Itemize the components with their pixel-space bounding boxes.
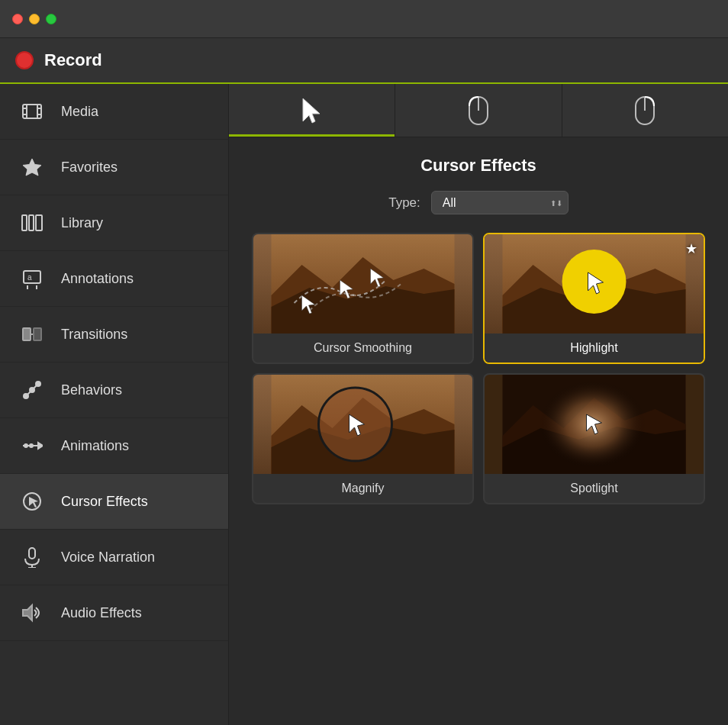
type-select[interactable]: All Cursor Click: [431, 191, 569, 214]
sidebar-item-transitions[interactable]: Transitions: [0, 307, 228, 362]
effect-card-highlight[interactable]: ★ Highlight: [483, 233, 705, 364]
animations-icon: [18, 432, 46, 459]
main-layout: Media Favorites Library: [0, 84, 728, 725]
effect-highlight-name: Highlight: [485, 334, 704, 362]
effect-card-cursor-smoothing[interactable]: Cursor Smoothing: [252, 233, 474, 364]
svg-line-22: [32, 384, 38, 390]
traffic-lights: [12, 14, 56, 24]
sidebar-item-library-label: Library: [61, 215, 103, 231]
effect-spotlight-name: Spotlight: [485, 474, 704, 503]
sidebar-item-cursor-effects-label: Cursor Effects: [61, 494, 148, 510]
effects-grid: Cursor Smoothing: [252, 233, 705, 504]
svg-point-26: [30, 444, 33, 447]
annotation-icon: a: [18, 265, 46, 292]
content-title: Cursor Effects: [252, 156, 705, 176]
cursor-tab-icon: [298, 95, 326, 126]
svg-rect-15: [23, 328, 31, 340]
type-label: Type:: [388, 195, 420, 211]
svg-marker-32: [23, 605, 32, 620]
svg-rect-29: [29, 548, 35, 559]
sidebar-item-voice-narration[interactable]: Voice Narration: [0, 530, 228, 585]
svg-point-25: [24, 444, 27, 447]
audio-icon: [18, 599, 46, 627]
behaviors-icon: [18, 376, 46, 404]
svg-rect-10: [36, 215, 42, 230]
sidebar-item-voice-narration-label: Voice Narration: [61, 549, 155, 566]
svg-rect-11: [24, 271, 40, 283]
record-dot: [15, 51, 34, 69]
effect-cursor-smoothing-name: Cursor Smoothing: [253, 334, 472, 362]
type-select-wrapper: All Cursor Click: [431, 191, 569, 214]
sidebar-item-annotations-label: Annotations: [61, 271, 134, 287]
svg-line-21: [26, 390, 32, 396]
svg-rect-16: [34, 328, 41, 340]
svg-rect-8: [22, 215, 27, 230]
content-panel: Cursor Effects Type: All Cursor Click: [229, 84, 728, 725]
svg-text:a: a: [27, 273, 32, 282]
film-icon: [18, 98, 46, 125]
sidebar-item-animations[interactable]: Animations: [0, 418, 228, 474]
effect-thumbnail-highlight: ★: [485, 234, 704, 334]
tab-cursor[interactable]: [229, 84, 395, 137]
maximize-button[interactable]: [46, 14, 56, 24]
star-icon: [18, 153, 46, 181]
minimize-button[interactable]: [29, 14, 40, 24]
sidebar-item-cursor-effects[interactable]: Cursor Effects: [0, 474, 228, 530]
close-button[interactable]: [12, 14, 23, 24]
effect-thumbnail-spotlight: [485, 375, 704, 474]
sidebar: Media Favorites Library: [0, 84, 229, 725]
tab-click-right[interactable]: [562, 84, 728, 137]
svg-marker-24: [38, 443, 43, 449]
sidebar-item-audio-effects-label: Audio Effects: [61, 605, 142, 621]
header: Record: [0, 38, 728, 84]
svg-rect-0: [23, 105, 41, 118]
app-title: Record: [44, 50, 102, 70]
sidebar-item-library[interactable]: Library: [0, 195, 228, 251]
sidebar-item-animations-label: Animations: [61, 438, 129, 454]
content-inner: Cursor Effects Type: All Cursor Click: [229, 137, 728, 725]
mouse-right-icon: [631, 94, 659, 127]
books-icon: [18, 209, 46, 237]
star-badge-highlight: ★: [685, 240, 697, 257]
sidebar-item-transitions-label: Transitions: [61, 327, 127, 343]
mic-icon: [18, 543, 46, 571]
sidebar-item-media-label: Media: [61, 104, 98, 120]
tab-bar: [229, 84, 728, 137]
sidebar-item-favorites-label: Favorites: [61, 160, 118, 176]
svg-marker-7: [23, 159, 41, 176]
mouse-left-icon: [465, 94, 492, 127]
effect-thumbnail-magnify: [253, 375, 472, 474]
sidebar-item-behaviors-label: Behaviors: [61, 382, 122, 398]
effect-thumbnail-cursor-smoothing: [253, 234, 472, 334]
sidebar-item-annotations[interactable]: a Annotations: [0, 251, 228, 307]
tab-click-left[interactable]: [395, 84, 562, 137]
titlebar: [0, 0, 728, 38]
sidebar-item-audio-effects[interactable]: Audio Effects: [0, 585, 228, 641]
svg-rect-9: [29, 215, 34, 230]
sidebar-item-behaviors[interactable]: Behaviors: [0, 362, 228, 418]
sidebar-item-media[interactable]: Media: [0, 84, 228, 140]
svg-marker-33: [303, 98, 320, 123]
sidebar-item-favorites[interactable]: Favorites: [0, 140, 228, 195]
type-row: Type: All Cursor Click: [252, 191, 705, 214]
cursor-effects-icon: [18, 488, 46, 515]
effect-card-magnify[interactable]: Magnify: [252, 373, 474, 504]
effect-magnify-name: Magnify: [253, 474, 472, 503]
transitions-icon: [18, 321, 46, 348]
effect-card-spotlight[interactable]: Spotlight: [483, 373, 705, 504]
svg-marker-28: [29, 497, 38, 508]
